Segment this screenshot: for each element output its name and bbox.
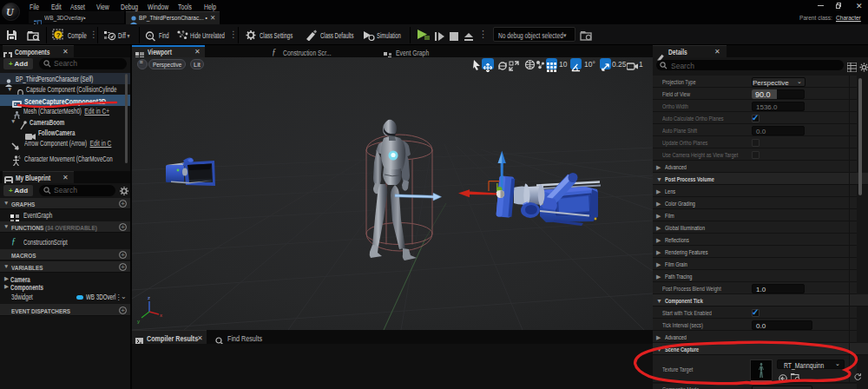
svg-text:z: z (148, 295, 150, 300)
svg-text:y: y (137, 319, 140, 324)
svg-text:x: x (160, 313, 162, 318)
svg-text:?: ? (56, 31, 61, 39)
